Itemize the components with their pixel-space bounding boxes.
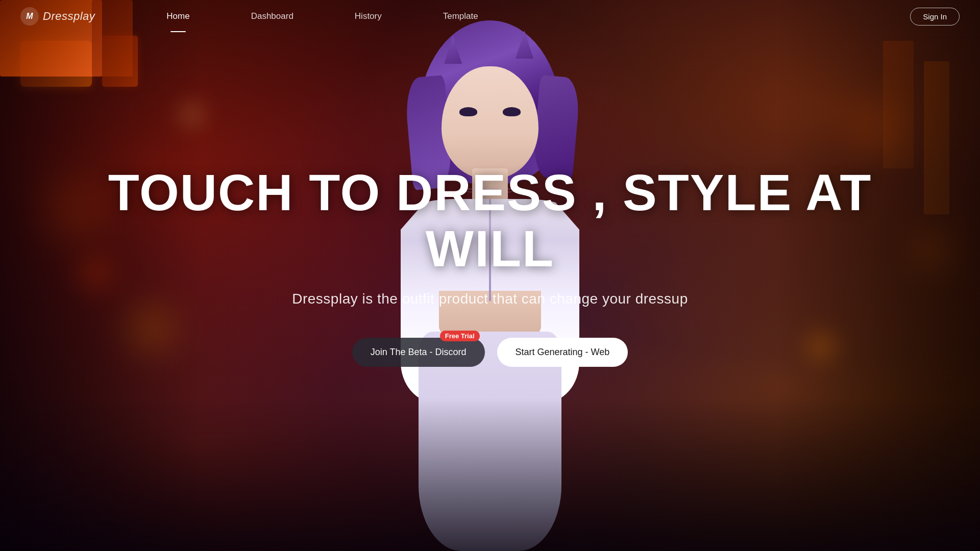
logo-icon: M <box>20 7 39 26</box>
discord-cta-button[interactable]: Free Trial Join The Beta - Discord <box>352 338 485 367</box>
nav-item-dashboard[interactable]: Dashboard <box>220 11 324 21</box>
navbar: M Dressplay Home Dashboard History Templ… <box>0 0 980 33</box>
logo-text: Dressplay <box>43 10 95 23</box>
hero-content: TOUCH TO DRESS , STYLE AT WILL Dressplay… <box>0 0 980 551</box>
nav-links: Home Dashboard History Template <box>136 11 508 21</box>
discord-button-label: Join The Beta - Discord <box>371 347 467 357</box>
nav-item-home[interactable]: Home <box>136 11 220 21</box>
hero-subtitle: Dressplay is the outfit product that can… <box>292 291 688 307</box>
web-cta-button[interactable]: Start Generating - Web <box>497 338 628 367</box>
cta-buttons: Free Trial Join The Beta - Discord Start… <box>352 338 628 367</box>
nav-item-history[interactable]: History <box>324 11 412 21</box>
sign-in-button[interactable]: Sign In <box>910 8 960 26</box>
free-trial-badge: Free Trial <box>440 331 480 341</box>
logo[interactable]: M Dressplay <box>20 7 95 26</box>
hero-title: TOUCH TO DRESS , STYLE AT WILL <box>82 164 898 277</box>
nav-item-template[interactable]: Template <box>412 11 509 21</box>
